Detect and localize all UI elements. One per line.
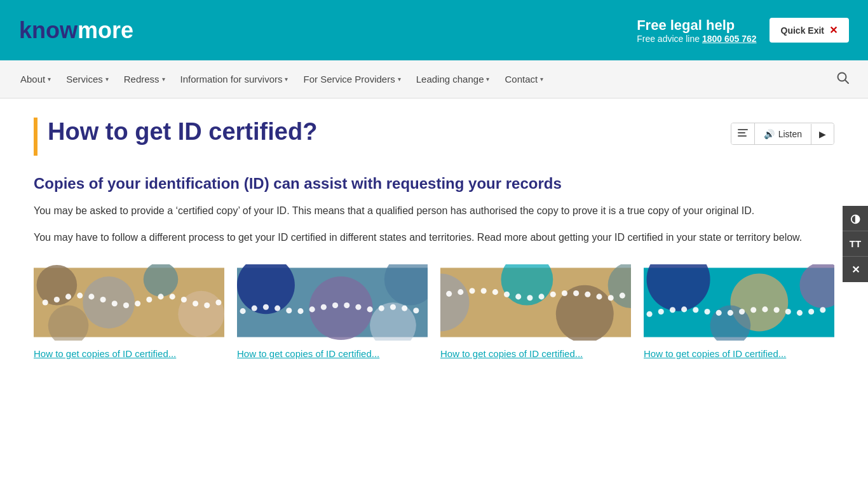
- svg-point-33: [252, 306, 257, 311]
- chevron-down-icon: ▾: [486, 76, 489, 83]
- free-legal-title: Free legal help: [637, 17, 756, 34]
- svg-point-54: [458, 289, 463, 295]
- card-1-link[interactable]: How to get copies of ID certified...: [34, 347, 224, 360]
- card-1-image: [34, 264, 224, 341]
- svg-point-37: [297, 308, 303, 314]
- card-3-link[interactable]: How to get copies of ID certified...: [440, 347, 631, 360]
- svg-point-56: [481, 288, 487, 294]
- accessibility-sidebar: ◑ TT ✕: [843, 206, 868, 282]
- card-3[interactable]: How to get copies of ID certified...: [440, 264, 631, 360]
- listen-play-button[interactable]: ▶: [811, 124, 834, 144]
- svg-point-79: [704, 309, 710, 315]
- svg-point-46: [402, 306, 407, 311]
- title-left: How to get ID certified?: [34, 118, 317, 156]
- header-right: Free legal help Free advice line 1800 60…: [637, 17, 849, 44]
- site-header: knowmore Free legal help Free advice lin…: [0, 0, 868, 60]
- nav-item-services[interactable]: Services ▾: [58, 62, 116, 96]
- svg-point-11: [43, 300, 48, 306]
- svg-point-22: [170, 294, 175, 300]
- svg-point-34: [263, 304, 269, 310]
- svg-point-60: [527, 295, 532, 301]
- svg-point-53: [446, 291, 452, 297]
- card-2[interactable]: How to get copies of ID certified...: [237, 264, 428, 360]
- svg-point-80: [716, 310, 722, 316]
- svg-point-68: [620, 293, 625, 299]
- site-logo[interactable]: knowmore: [19, 17, 133, 44]
- nav-item-redress[interactable]: Redress ▾: [116, 62, 173, 96]
- svg-point-62: [550, 292, 556, 297]
- nav-item-info-survivors[interactable]: Information for survivors ▾: [173, 62, 296, 96]
- chevron-down-icon: ▾: [285, 76, 288, 83]
- svg-point-88: [808, 309, 814, 315]
- svg-point-83: [750, 307, 756, 313]
- title-row: How to get ID certified? 🔊 Listen ▶: [34, 118, 834, 156]
- font-size-toggle-button[interactable]: TT: [843, 231, 868, 257]
- svg-point-38: [309, 307, 315, 313]
- svg-point-40: [332, 302, 338, 308]
- card-4[interactable]: How to get copies of ID certified...: [644, 264, 834, 360]
- card-2-link[interactable]: How to get copies of ID certified...: [237, 347, 428, 360]
- svg-point-43: [367, 307, 373, 313]
- svg-point-44: [379, 306, 384, 311]
- svg-point-82: [739, 309, 745, 315]
- svg-point-55: [469, 288, 475, 294]
- section-heading: Copies of your identification (ID) can a…: [34, 175, 834, 193]
- nav-item-leading-change[interactable]: Leading change ▾: [409, 62, 498, 96]
- play-icon: ▶: [819, 129, 826, 139]
- nav-link-redress[interactable]: Redress ▾: [116, 62, 173, 96]
- nav-label-redress: Redress: [124, 74, 159, 85]
- svg-point-64: [573, 290, 579, 296]
- svg-point-25: [204, 302, 210, 308]
- close-icon: ✕: [851, 264, 860, 276]
- listen-menu-button[interactable]: [731, 123, 755, 144]
- svg-point-39: [321, 304, 327, 310]
- svg-point-36: [286, 308, 292, 313]
- svg-point-59: [515, 294, 521, 300]
- logo-know: know: [19, 17, 78, 43]
- nav-label-info-survivors: Information for survivors: [180, 74, 283, 85]
- phone-link[interactable]: 1800 605 762: [702, 34, 757, 44]
- svg-point-65: [585, 292, 590, 297]
- close-icon: ✕: [829, 24, 837, 36]
- svg-point-61: [539, 294, 545, 300]
- svg-point-77: [681, 307, 687, 313]
- nav-label-contact: Contact: [505, 74, 538, 85]
- contrast-toggle-button[interactable]: ◑: [843, 206, 868, 231]
- nav-link-about[interactable]: About ▾: [13, 62, 58, 96]
- svg-rect-3: [738, 132, 745, 133]
- nav-link-contact[interactable]: Contact ▾: [497, 62, 551, 96]
- card-1[interactable]: How to get copies of ID certified...: [34, 264, 224, 360]
- listen-button[interactable]: 🔊 Listen: [755, 124, 811, 144]
- title-accent-bar: [34, 118, 37, 156]
- svg-point-81: [728, 310, 733, 316]
- svg-point-21: [158, 294, 163, 300]
- card-3-image: [440, 264, 631, 341]
- body-text-1: You may be asked to provide a ‘certified…: [34, 203, 834, 219]
- close-accessibility-button[interactable]: ✕: [843, 257, 868, 282]
- font-size-icon: TT: [850, 238, 861, 249]
- svg-point-84: [762, 307, 768, 313]
- speaker-icon: 🔊: [764, 129, 775, 139]
- nav-item-service-providers[interactable]: For Service Providers ▾: [295, 62, 408, 96]
- svg-point-13: [65, 294, 71, 300]
- quick-exit-button[interactable]: Quick Exit ✕: [770, 18, 849, 43]
- svg-point-23: [181, 297, 187, 302]
- nav-item-about[interactable]: About ▾: [13, 62, 58, 96]
- card-4-link[interactable]: How to get copies of ID certified...: [644, 347, 834, 360]
- chevron-down-icon: ▾: [105, 76, 109, 83]
- svg-point-29: [309, 276, 373, 340]
- search-icon[interactable]: [830, 65, 855, 93]
- nav-link-services[interactable]: Services ▾: [58, 62, 116, 96]
- nav-link-info-survivors[interactable]: Information for survivors ▾: [173, 62, 296, 96]
- nav-link-service-providers[interactable]: For Service Providers ▾: [295, 62, 408, 96]
- svg-point-89: [820, 307, 825, 313]
- nav-item-contact[interactable]: Contact ▾: [497, 62, 551, 96]
- nav-label-about: About: [20, 74, 45, 85]
- nav-label-leading-change: Leading change: [416, 74, 484, 85]
- nav-link-leading-change[interactable]: Leading change ▾: [409, 62, 498, 96]
- svg-point-74: [647, 311, 653, 317]
- listen-bar: 🔊 Listen ▶: [731, 123, 834, 145]
- chevron-down-icon: ▾: [398, 76, 401, 83]
- chevron-down-icon: ▾: [48, 76, 51, 83]
- svg-point-42: [355, 304, 361, 310]
